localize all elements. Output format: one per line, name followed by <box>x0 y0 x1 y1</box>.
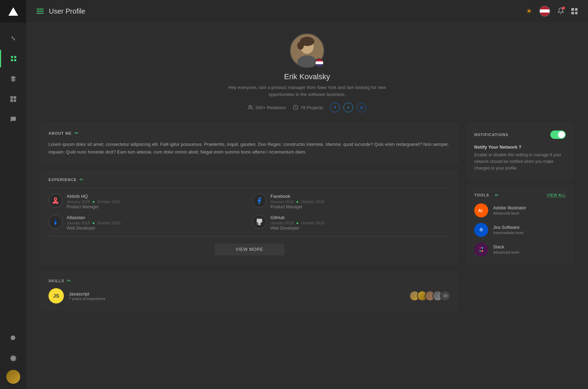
notifications-header: NOTIFICATIONS <box>474 130 566 139</box>
sidebar-item-3d[interactable] <box>0 70 26 88</box>
tools-header: TOOLS ✏ VIEW ALL <box>474 193 566 198</box>
tools-title-group: TOOLS ✏ <box>474 193 499 198</box>
experience-card: EXPERIENCE ✏ <box>40 169 459 265</box>
adobe-illustrator-level: Advanced level <box>493 211 526 215</box>
dashboard-icon <box>10 55 17 62</box>
view-all-tools-link[interactable]: VIEW ALL <box>547 193 566 197</box>
about-me-edit-icon[interactable]: ✏ <box>75 130 79 136</box>
menu-icon[interactable] <box>37 9 44 14</box>
slack-icon <box>477 245 485 254</box>
javascript-experience: 7 years of experience <box>69 297 404 301</box>
notifications-card: NOTIFICATIONS Notify Your Network ? Enab… <box>466 123 574 180</box>
jira-logo <box>474 223 488 237</box>
experience-grid: Airbnb HQ January 2018 ● October 2018 Pr… <box>49 194 451 231</box>
exp-item-atlassian: Atlassian January 2018 ● October 2018 We… <box>49 215 247 231</box>
facebook-dates: January 2018 ● October 2018 <box>270 200 324 204</box>
twitter-link[interactable]: t <box>343 103 353 112</box>
app-logo[interactable] <box>0 0 26 23</box>
relations-stat: 500+ Relations <box>248 105 286 110</box>
svg-point-23 <box>482 247 483 249</box>
chat-icon <box>10 116 17 123</box>
airbnb-dates: January 2018 ● October 2018 <box>67 200 120 204</box>
cube-icon <box>10 75 17 82</box>
github-info: GitHub January 2018 ● October 2018 Web D… <box>270 215 324 231</box>
tools-title: TOOLS <box>474 193 489 197</box>
airbnb-info: Airbnb HQ January 2018 ● October 2018 Pr… <box>67 194 120 209</box>
search-icon <box>10 335 17 342</box>
atlassian-icon <box>52 218 59 226</box>
svg-rect-4 <box>10 96 13 99</box>
sidebar-item-activity[interactable] <box>0 30 26 47</box>
facebook-logo <box>252 194 266 208</box>
skills-title: SKILLS <box>49 279 64 283</box>
experience-edit-icon[interactable]: ✏ <box>80 177 83 182</box>
javascript-name: Javascript <box>69 291 404 297</box>
sidebar <box>0 0 26 389</box>
experience-title: EXPERIENCE <box>49 178 77 182</box>
settings-icon <box>10 355 17 362</box>
activity-icon <box>10 35 17 42</box>
flag-icon <box>539 6 550 17</box>
about-me-card: ABOUT ME ✏ Lorem ipsum dolor sit amet, c… <box>40 123 459 164</box>
slack-logo <box>474 242 488 256</box>
jira-name: Jira Software <box>493 225 523 230</box>
content-area: Erik Kovalsky Hey everyone, Iam a produc… <box>26 23 588 389</box>
notification-dot <box>562 7 565 9</box>
sidebar-item-settings[interactable] <box>0 350 26 367</box>
notifications-title: NOTIFICATIONS <box>474 133 508 137</box>
skills-edit-icon[interactable]: ✏ <box>67 278 71 283</box>
sidebar-item-chat[interactable] <box>0 111 26 128</box>
javascript-badge: JS <box>49 288 64 304</box>
notifications-toggle[interactable] <box>550 130 566 139</box>
tools-edit-icon[interactable]: ✏ <box>495 193 499 198</box>
tools-card: TOOLS ✏ VIEW ALL Ai <box>466 185 574 264</box>
skills-card: SKILLS ✏ JS Javascript 7 years of experi… <box>40 270 459 311</box>
svg-point-22 <box>479 247 481 249</box>
apps-grid[interactable] <box>571 8 578 14</box>
user-avatar-sidebar[interactable] <box>6 370 20 384</box>
facebook-icon <box>255 197 263 204</box>
profile-header: Erik Kovalsky Hey everyone, Iam a produc… <box>40 30 574 114</box>
relations-icon <box>248 105 253 110</box>
sidebar-item-components[interactable] <box>0 90 26 108</box>
exp-item-facebook: Facebook January 2018 ● October 2018 Pro… <box>252 194 451 209</box>
linkedin-link[interactable]: in <box>357 103 366 112</box>
page-title: User Profile <box>49 7 526 15</box>
tool-item-slack: Slack Advanced level <box>474 242 566 256</box>
atlassian-dates: January 2018 ● October 2018 <box>67 221 120 225</box>
github-dates: January 2018 ● October 2018 <box>270 221 324 225</box>
profile-name: Erik Kovalsky <box>284 72 330 81</box>
facebook-name: Facebook <box>270 194 324 199</box>
slack-name: Slack <box>493 244 519 249</box>
atlassian-logo <box>49 215 62 229</box>
header-actions: ☀ <box>526 6 578 17</box>
sidebar-item-dashboard[interactable] <box>0 50 26 67</box>
projects-icon <box>293 105 298 110</box>
logo-triangle-icon <box>8 7 18 16</box>
svg-text:Ai: Ai <box>478 208 482 213</box>
slack-info: Slack Advanced level <box>493 244 519 254</box>
svg-rect-2 <box>11 59 13 61</box>
sidebar-item-search[interactable] <box>0 329 26 347</box>
adobe-illustrator-name: Adobe Illustrator <box>493 205 526 210</box>
sidebar-nav <box>0 23 26 329</box>
language-flag[interactable] <box>539 6 550 17</box>
tool-item-jira: Jira Software Intermediate level <box>474 223 566 237</box>
svg-point-8 <box>10 336 15 340</box>
atlassian-name: Atlassian <box>67 215 120 220</box>
theme-toggle[interactable]: ☀ <box>526 7 532 15</box>
airbnb-logo <box>49 194 62 208</box>
jira-icon <box>477 226 485 234</box>
notifications-bell[interactable] <box>557 7 564 15</box>
airbnb-role: Product Manager <box>67 204 120 209</box>
toggle-knob <box>558 131 565 138</box>
profile-flag-badge <box>315 58 324 67</box>
facebook-link[interactable]: f <box>330 103 340 112</box>
skill-endorsement-avatars: 38 <box>409 291 451 301</box>
svg-rect-0 <box>11 56 13 58</box>
svg-rect-3 <box>14 59 16 61</box>
github-name: GitHub <box>270 215 324 220</box>
facebook-role: Product Manager <box>270 204 324 209</box>
github-role: Web Developer <box>270 226 324 231</box>
view-more-button[interactable]: VIEW MORE <box>215 244 284 255</box>
